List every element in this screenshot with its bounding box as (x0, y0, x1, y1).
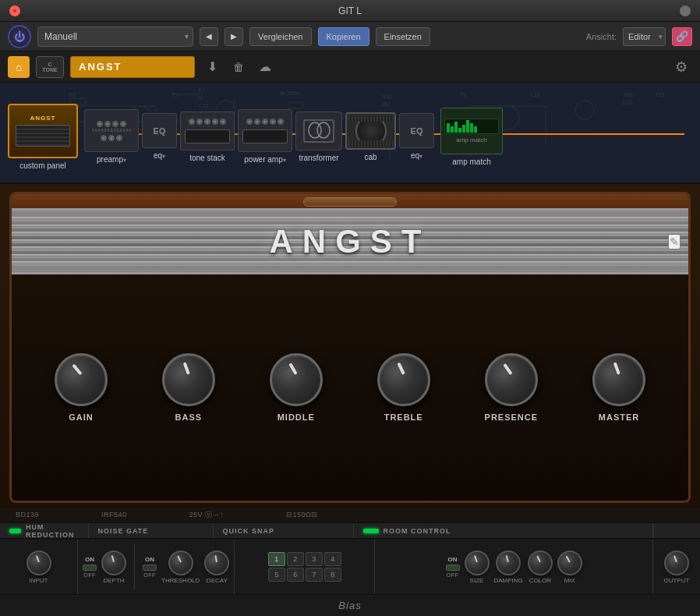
presence-knob[interactable] (485, 353, 538, 406)
poweramp-component[interactable] (238, 109, 292, 152)
input-knob-group: INPUT (27, 551, 51, 584)
amp-name: ANGST (270, 223, 431, 260)
window-controls: × (9, 5, 20, 16)
snap-btn-5[interactable]: 5 (268, 568, 285, 582)
gear-button[interactable]: ⚙ (670, 56, 692, 78)
chain-item-eq2: EQ eq▾ (399, 113, 434, 160)
bottom-title: Bias (0, 594, 700, 616)
size-knob[interactable] (465, 551, 490, 575)
treble-knob[interactable] (377, 353, 430, 406)
bottom-title-text: Bias (338, 600, 361, 611)
room-control-section: ON OFF SIZE DAMPING COLOR MIX (375, 540, 653, 594)
on-label-noise: ON (85, 556, 94, 563)
compare-button[interactable]: Vergleichen (249, 27, 312, 46)
input-knob[interactable] (27, 551, 51, 575)
copy-button[interactable]: Kopieren (318, 27, 369, 46)
middle-knob[interactable] (270, 353, 323, 406)
bass-knob[interactable] (162, 353, 215, 406)
output-knob-group: OUTPUT (664, 551, 690, 584)
output-header (653, 523, 700, 538)
noise-gate-label: NOISE GATE (98, 527, 149, 535)
gain-label: GAIN (69, 412, 94, 422)
eq1-component[interactable]: EQ (142, 113, 177, 148)
color-knob-label: COLOR (529, 577, 551, 584)
decay-knob[interactable] (204, 551, 229, 575)
bass-label: BASS (175, 412, 203, 422)
snap-btn-6[interactable]: 6 (287, 568, 304, 582)
tonestack-component[interactable] (180, 112, 235, 150)
amp-match-component[interactable]: amp match (440, 108, 503, 154)
noise-gate-section: ON OFF DEPTH ON OFF THRESHOLD DECAY (78, 540, 235, 594)
amp-edit-button[interactable]: ✎ (668, 234, 681, 250)
transformer-label: transformer (299, 154, 338, 162)
snap-btn-7[interactable]: 7 (306, 568, 323, 582)
preset-dropdown[interactable]: Manuell (37, 27, 193, 47)
room-control-toggle[interactable] (446, 565, 460, 571)
paste-button[interactable]: Einsetzen (376, 27, 430, 46)
delete-icon-button[interactable]: 🗑 (228, 56, 249, 78)
snap-btn-1[interactable]: 1 (268, 552, 285, 566)
depth-knob[interactable] (101, 551, 126, 575)
noise-gate-header: NOISE GATE (89, 523, 214, 538)
name-icons: ⬇ 🗑 ☁ (201, 56, 276, 78)
save-icon-button[interactable]: ⬇ (201, 56, 223, 78)
power-button[interactable]: ⏻ (8, 25, 31, 48)
cloud-icon-button[interactable]: ☁ (254, 56, 276, 78)
cab-component[interactable] (345, 112, 396, 150)
room-control-on-toggle: ON OFF (446, 556, 460, 578)
tone-button[interactable]: CTONE (36, 56, 64, 78)
chain-item-transformer: transformer (295, 112, 342, 162)
minimize-button[interactable] (680, 5, 691, 16)
custom-panel-thumb[interactable]: ANGST (8, 104, 78, 158)
chain-item-eq1: EQ eq▾ (142, 113, 177, 160)
amp-match-label: amp match (452, 158, 490, 166)
fx-rack: HUM REDUCTION NOISE GATE QUICK SNAP ROOM… (0, 522, 700, 594)
window-title: GIT L (338, 5, 362, 16)
svg-point-33 (317, 122, 330, 138)
amp-handle (303, 197, 397, 207)
snap-btn-8[interactable]: 8 (324, 568, 341, 582)
threshold-knob-label: THRESHOLD (161, 577, 200, 584)
decay-knob-label: DECAY (207, 577, 228, 584)
hum-reduction-label: HUM REDUCTION (26, 523, 78, 539)
master-knob[interactable] (592, 353, 645, 406)
output-knob-label: OUTPUT (664, 577, 690, 584)
preset-select-wrapper: Manuell (37, 27, 193, 47)
mix-knob[interactable] (557, 551, 582, 575)
snap-btn-2[interactable]: 2 (287, 552, 304, 566)
link-button[interactable]: 🔗 (672, 27, 692, 46)
circuit-label-bd139: BD139 (16, 511, 39, 519)
transformer-component[interactable] (295, 112, 342, 150)
home-button[interactable]: ⌂ (8, 56, 30, 78)
snap-btn-3[interactable]: 3 (306, 552, 323, 566)
preset-back-button[interactable]: ◀ (200, 27, 218, 46)
damping-knob[interactable] (496, 551, 521, 575)
threshold-knob[interactable] (168, 551, 193, 575)
on-label-ng2: ON (145, 556, 154, 563)
output-knob[interactable] (664, 551, 689, 575)
quick-snap-label: QUICK SNAP (223, 527, 275, 535)
preset-name-field[interactable] (70, 56, 195, 78)
eq2-component[interactable]: EQ (399, 113, 434, 148)
noise-gate-toggle2[interactable] (143, 565, 157, 571)
ansicht-label: Ansicht: (586, 32, 617, 41)
preset-forward-button[interactable]: ▶ (224, 27, 243, 46)
ansicht-select-wrapper: Editor (623, 27, 666, 46)
circuit-labels: BD139 IRF540 25V ⓥ→↑ ⊟150Ω⊟ (0, 508, 700, 522)
preamp-component[interactable] (84, 109, 139, 152)
noise-gate-toggle[interactable] (83, 565, 97, 571)
circuit-label-irf540: IRF540 (101, 511, 127, 519)
noise-gate-on-toggle2: ON OFF (143, 556, 157, 578)
size-knob-label: SIZE (470, 577, 484, 584)
off-label-rc: OFF (447, 572, 459, 578)
close-button[interactable]: × (9, 5, 20, 16)
decay-knob-group: DECAY (204, 551, 229, 584)
color-knob[interactable] (528, 551, 553, 575)
hum-reduction-section: INPUT (0, 540, 78, 594)
depth-knob-group: DEPTH (101, 551, 126, 584)
gain-knob[interactable] (55, 353, 108, 406)
treble-label: TREBLE (384, 412, 423, 422)
quick-snap-header: QUICK SNAP (214, 523, 354, 538)
snap-btn-4[interactable]: 4 (324, 552, 341, 566)
ansicht-dropdown[interactable]: Editor (623, 27, 666, 46)
